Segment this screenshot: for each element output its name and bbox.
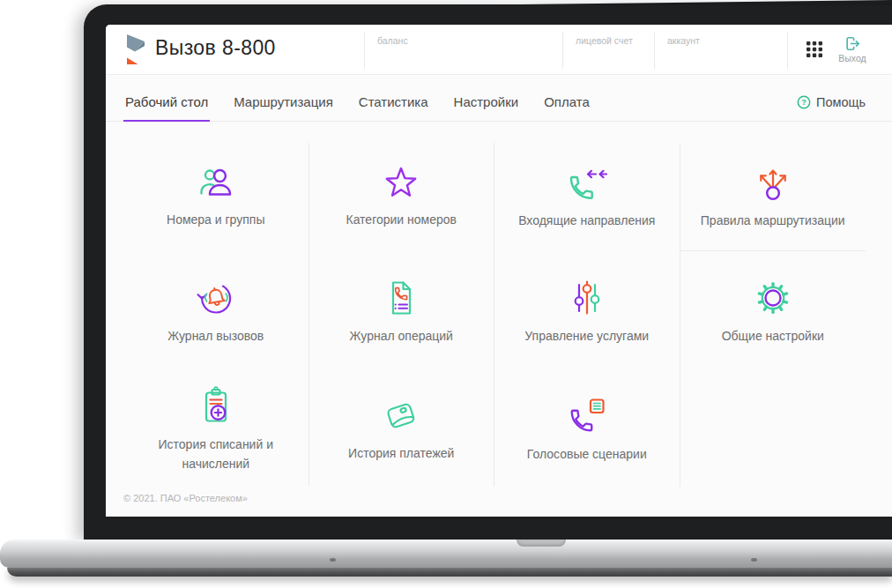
tile-number-categories[interactable]: Категории номеров [309,143,495,251]
tile-label: Номера и группы [167,211,264,230]
tab-desktop[interactable]: Рабочий стол [123,88,210,121]
wallet-icon [380,396,422,436]
apps-grid-icon [807,41,822,57]
tile-label: Управление услугами [524,327,649,346]
app-header: Вызов 8-800 баланс лицевой счет аккаунт … [106,25,892,75]
app-window: Вызов 8-800 баланс лицевой счет аккаунт … [106,25,892,517]
tile-label: История списаний и начислений [134,435,298,473]
tile-label: Журнал операций [350,327,453,346]
tab-settings[interactable]: Настройки [452,88,521,121]
main-navigation: Рабочий стол Маршрутизация Статистика На… [106,88,892,122]
laptop-lid-notch [517,540,566,547]
help-label: Помощь [816,95,866,109]
laptop-foot-dot [751,558,757,562]
help-link[interactable]: ? Помощь [797,95,866,109]
tile-label: Общие настройки [722,327,824,346]
apps-grid-button[interactable] [807,41,822,57]
help-question-icon: ? [797,95,811,109]
users-icon [195,164,237,203]
header-divider [364,32,365,69]
voice-script-icon [566,395,608,437]
tile-numbers-and-groups[interactable]: Номера и группы [123,143,309,251]
tile-incoming-directions[interactable]: Входящие направления [494,143,680,251]
logout-button[interactable]: Выход [832,35,873,63]
account-number-field-label: лицевой счет [576,35,633,46]
tile-payments-history[interactable]: История платежей [309,372,495,487]
balance-field-label: баланс [377,35,408,46]
laptop-foot-dot [330,558,336,562]
tile-label: Журнал вызовов [167,327,264,346]
tile-operations-log[interactable]: Журнал операций [309,251,495,372]
routing-arrows-icon [752,163,794,204]
svg-text:?: ? [801,98,807,107]
tile-label: Категории номеров [346,211,457,230]
star-icon [380,164,422,203]
account-field-label: аккаунт [667,35,700,46]
empty-grid-cell [680,372,866,487]
tile-voice-scenarios[interactable]: Голосовые сценарии [494,372,680,487]
tile-general-settings[interactable]: Общие настройки [680,251,866,372]
tile-charges-history[interactable]: История списаний и начислений [123,372,309,487]
tile-label: Голосовые сценарии [527,445,647,465]
logout-icon [844,35,861,52]
laptop-base-edge [7,568,892,577]
logout-label: Выход [832,53,873,63]
tile-service-management[interactable]: Управление услугами [494,251,680,372]
call-log-icon [194,277,238,319]
laptop-base-body [0,540,892,568]
tab-routing[interactable]: Маршрутизация [232,88,335,121]
laptop-base [0,540,892,582]
rostelecom-logo-icon [123,33,148,67]
clipboard-plus-icon [195,385,237,428]
tile-routing-rules[interactable]: Правила маршрутизации [680,143,866,251]
tile-label: Входящие направления [518,212,655,231]
dashboard-grid: Номера и группы Категории номеров Входящ… [123,143,866,487]
operations-log-icon [380,277,422,319]
tab-statistics[interactable]: Статистика [357,88,430,121]
header-divider [562,32,563,69]
tab-payment[interactable]: Оплата [542,88,591,121]
tile-label: История платежей [348,444,454,464]
sliders-icon [566,277,608,319]
header-divider [654,32,655,69]
tile-label: Правила маршрутизации [701,212,845,231]
copyright-text: © 2021. ПАО «Ростелеком» [123,493,892,503]
header-divider [787,32,788,69]
tile-call-log[interactable]: Журнал вызовов [123,251,309,372]
gear-icon [752,277,794,319]
app-title: Вызов 8-800 [155,36,276,60]
incoming-call-icon [565,163,609,204]
